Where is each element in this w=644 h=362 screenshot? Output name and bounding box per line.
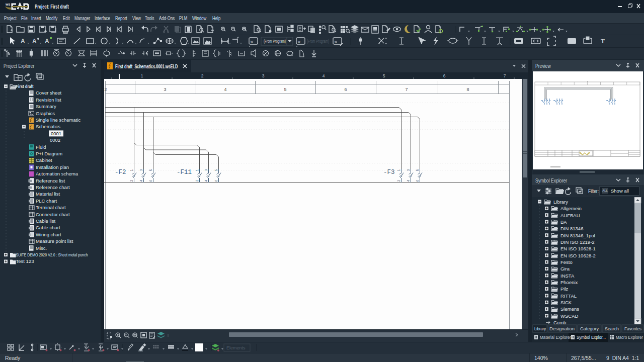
svg-text:RITTAL: RITTAL (560, 293, 577, 299)
svg-text:Terminal chart: Terminal chart (36, 205, 66, 210)
svg-text:Siemens: Siemens (560, 306, 579, 312)
svg-text:3: 3 (164, 87, 166, 92)
svg-text:Library: Library (553, 199, 568, 205)
svg-text:(From Program): (From Program) (264, 39, 286, 44)
svg-text:INSTA: INSTA (560, 273, 575, 279)
svg-text:6: 6 (149, 180, 153, 182)
svg-text:4: 4 (407, 180, 411, 182)
svg-text:EN ISO 10628-1: EN ISO 10628-1 (560, 246, 596, 251)
svg-text:PLC chart: PLC chart (36, 198, 57, 204)
svg-text:Single line schematic: Single line schematic (36, 117, 80, 123)
svg-text:1: 1 (130, 169, 134, 171)
svg-text:4: 4 (323, 73, 325, 78)
svg-text:6: 6 (443, 73, 446, 78)
svg-text:w: w (298, 39, 300, 44)
svg-text:A: A (21, 38, 25, 45)
svg-text:BA: BA (560, 219, 567, 225)
svg-text:2: 2 (201, 73, 204, 78)
svg-text:Material Explorer: Material Explorer (540, 334, 571, 340)
svg-text:Cover sheet: Cover sheet (36, 90, 62, 96)
svg-text:Favorites: Favorites (624, 326, 641, 331)
svg-text:Category: Category (580, 326, 599, 331)
svg-text:2: 2 (196, 180, 199, 182)
svg-text:AUFBAU: AUFBAU (560, 213, 580, 218)
svg-text:Revision list: Revision list (36, 97, 61, 103)
svg-text:6: 6 (215, 180, 218, 182)
svg-text:Filter:: Filter: (588, 189, 599, 194)
svg-text:SUITE DEMO 2020 V2.0 : Sheet m: SUITE DEMO 2020 V2.0 : Sheet metal punch (16, 252, 88, 257)
svg-text:Connector chart: Connector chart (36, 212, 70, 217)
svg-text:First draft: First draft (16, 83, 34, 89)
svg-text:2: 2 (397, 180, 401, 182)
svg-text:ws: ws (5, 3, 10, 6)
svg-text:Measure point list: Measure point list (36, 238, 73, 244)
svg-text:6: 6 (344, 87, 347, 92)
svg-text:Test 123: Test 123 (16, 258, 34, 264)
svg-text:Phoenix: Phoenix (560, 280, 578, 285)
svg-text:Wiring chart: Wiring chart (36, 232, 61, 237)
svg-text:Library: Library (534, 326, 546, 331)
svg-text:3: 3 (262, 73, 265, 78)
svg-text:Cabinet: Cabinet (36, 157, 52, 163)
svg-text:WSCAD: WSCAD (560, 313, 579, 319)
svg-text:5: 5 (149, 169, 153, 171)
svg-text:Cable chart: Cable chart (36, 225, 60, 230)
svg-text:4: 4 (224, 87, 226, 92)
svg-text:Summary: Summary (36, 104, 56, 109)
svg-text:Reference list: Reference list (36, 178, 65, 184)
svg-text:1: 1 (141, 73, 143, 78)
svg-text:EN ISO 10628-2: EN ISO 10628-2 (560, 253, 596, 258)
svg-text:2: 2 (130, 180, 134, 182)
svg-text:Designation: Designation (549, 326, 575, 331)
svg-text:Gira: Gira (560, 266, 570, 272)
svg-text:Symbol Explor...: Symbol Explor... (577, 334, 606, 340)
svg-text:1: 1 (397, 169, 401, 171)
svg-text:Automation schema: Automation schema (36, 171, 78, 176)
svg-text:Reference chart: Reference chart (36, 185, 70, 190)
svg-text:1: 1 (196, 169, 199, 171)
svg-text:4: 4 (140, 180, 143, 182)
svg-text:w: w (335, 39, 337, 44)
svg-text:A: A (32, 38, 37, 45)
svg-text:Cable list: Cable list (36, 218, 55, 224)
svg-text:7: 7 (405, 87, 408, 92)
svg-text:Search: Search (605, 326, 619, 331)
svg-text:Graphics: Graphics (36, 111, 55, 116)
svg-text:Material list: Material list (36, 191, 60, 197)
svg-text:w: w (251, 39, 253, 44)
svg-text:Festo: Festo (560, 259, 573, 265)
svg-text:Pilz: Pilz (560, 286, 569, 292)
svg-text:5: 5 (416, 169, 420, 171)
svg-text:-F11: -F11 (177, 169, 192, 176)
svg-text:(From Program): (From Program) (307, 39, 329, 44)
svg-text:6: 6 (416, 180, 420, 182)
svg-text:-F2: -F2 (115, 169, 126, 176)
svg-text:Fluid: Fluid (36, 144, 46, 150)
svg-text:DIN ISO 1219-2: DIN ISO 1219-2 (560, 239, 595, 245)
svg-text:DIN 81346_1pol: DIN 81346_1pol (560, 233, 595, 238)
svg-text:Comb: Comb (553, 320, 566, 324)
svg-text:P+I Diagram: P+I Diagram (36, 151, 62, 156)
svg-text:Misc.: Misc. (36, 245, 47, 251)
svg-text:0001: 0001 (51, 131, 61, 136)
svg-text:SICK: SICK (560, 300, 572, 305)
svg-text:Elements: Elements (226, 345, 246, 350)
svg-text:-F3: -F3 (383, 169, 395, 176)
svg-text:Macro Explorer: Macro Explorer (616, 334, 643, 340)
svg-text:DIN 81346: DIN 81346 (560, 226, 583, 231)
svg-text:2: 2 (104, 87, 107, 92)
svg-text:5: 5 (215, 169, 218, 171)
svg-text:Schematics: Schematics (36, 124, 60, 129)
svg-text:3: 3 (407, 169, 411, 171)
svg-text:Allgemein: Allgemein (560, 206, 582, 211)
svg-text:7: 7 (504, 73, 506, 78)
svg-text:3: 3 (205, 169, 208, 171)
svg-text:4: 4 (205, 180, 208, 182)
svg-text:5: 5 (383, 73, 385, 78)
svg-text:A: A (45, 38, 49, 45)
svg-text:Installation plan: Installation plan (36, 164, 69, 170)
svg-text:8: 8 (466, 87, 469, 92)
svg-text:T: T (601, 38, 605, 45)
svg-text:0002: 0002 (50, 137, 60, 143)
svg-text:5: 5 (284, 87, 286, 92)
